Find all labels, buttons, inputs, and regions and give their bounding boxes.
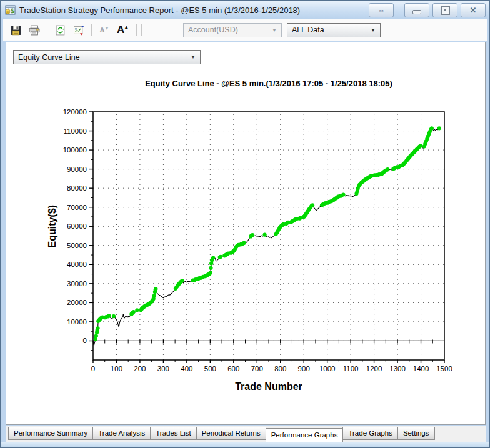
svg-text:0: 0: [91, 365, 95, 372]
svg-text:1200: 1200: [366, 365, 382, 372]
svg-text:700: 700: [251, 365, 263, 372]
svg-text:0: 0: [83, 337, 87, 344]
svg-text:600: 600: [228, 365, 239, 372]
svg-text:100: 100: [111, 365, 122, 372]
svg-text:30000: 30000: [67, 280, 87, 287]
window-left-border: [1, 19, 3, 442]
svg-text:120000: 120000: [63, 108, 87, 116]
svg-text:60000: 60000: [67, 222, 87, 230]
chart-title: Equity Curve Line - @ES 5 min.(1/3/2016 …: [93, 79, 444, 88]
svg-text:800: 800: [274, 365, 286, 372]
tab-strip: Performance SummaryTrade AnalysisTrades …: [6, 426, 486, 442]
svg-text:10000: 10000: [67, 318, 87, 326]
chevron-down-icon: ▼: [191, 54, 196, 60]
svg-text:90000: 90000: [67, 166, 87, 173]
tab-periodical-returns[interactable]: Periodical Returns: [196, 427, 266, 440]
svg-text:500: 500: [204, 365, 216, 372]
svg-text:20000: 20000: [67, 299, 87, 306]
svg-text:40000: 40000: [67, 261, 87, 268]
window-right-border: [487, 19, 489, 442]
tab-performance-graphs[interactable]: Performance Graphs: [266, 428, 344, 442]
svg-text:400: 400: [181, 365, 192, 372]
svg-text:50000: 50000: [67, 242, 87, 249]
svg-text:1300: 1300: [389, 365, 406, 372]
svg-text:200: 200: [134, 365, 146, 372]
x-axis-title: Trade Number: [235, 381, 302, 392]
svg-text:1500: 1500: [436, 365, 452, 372]
svg-text:1400: 1400: [413, 365, 429, 372]
svg-text:100000: 100000: [63, 146, 87, 154]
svg-text:70000: 70000: [67, 204, 87, 211]
graph-type-dropdown[interactable]: Equity Curve Line ▼: [13, 50, 201, 64]
y-axis-title: Equity($): [47, 205, 58, 247]
tab-settings[interactable]: Settings: [398, 427, 435, 440]
svg-text:80000: 80000: [67, 184, 87, 192]
svg-text:1100: 1100: [343, 365, 359, 372]
tab-trade-graphs[interactable]: Trade Graphs: [342, 427, 398, 440]
tradestation-report-window: $ TradeStation Strategy Performance Repo…: [0, 0, 490, 448]
svg-text:1000: 1000: [319, 365, 336, 372]
svg-text:300: 300: [158, 365, 169, 372]
tab-trade-analysis[interactable]: Trade Analysis: [92, 427, 151, 440]
svg-text:900: 900: [298, 365, 310, 372]
equity-curve-chart: 0100002000030000400005000060000700008000…: [1, 1, 490, 448]
tab-performance-summary[interactable]: Performance Summary: [8, 427, 93, 440]
svg-text:110000: 110000: [63, 127, 87, 135]
tab-trades-list[interactable]: Trades List: [150, 427, 196, 440]
graph-type-dropdown-value: Equity Curve Line: [18, 53, 80, 62]
